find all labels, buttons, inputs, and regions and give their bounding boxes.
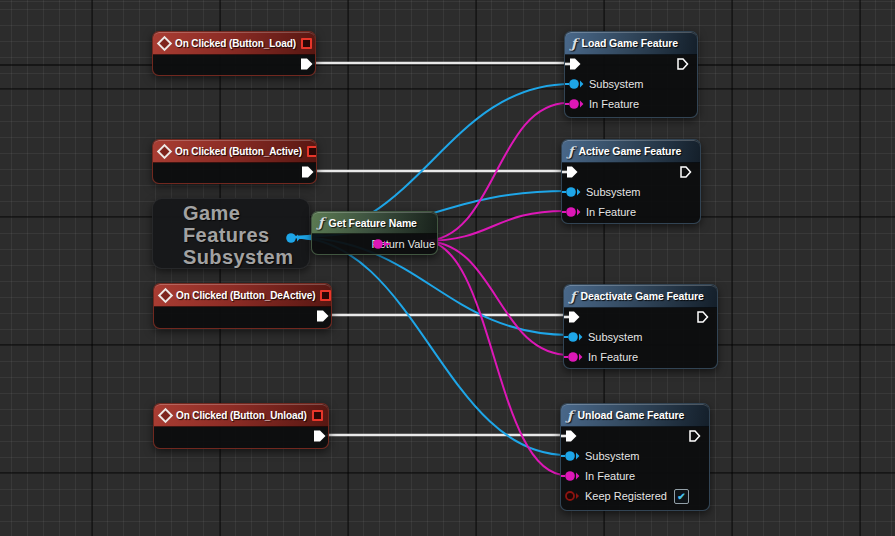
event-diamond-icon xyxy=(157,35,173,51)
pin-row-subsystem: Subsystem xyxy=(564,331,642,343)
event-node-title: On Clicked (Button_Active) xyxy=(175,146,302,157)
exec-out-pin[interactable] xyxy=(675,57,689,71)
pin-label: In Feature xyxy=(585,470,635,482)
function-node-title: Active Game Feature xyxy=(579,145,682,157)
wire-layer xyxy=(0,0,895,536)
variable-node-game-features-subsystem[interactable]: Game Features Subsystem xyxy=(152,198,310,269)
pin-row-in-feature: In Feature xyxy=(565,98,639,110)
pin-label: In Feature xyxy=(588,351,638,363)
event-node-on-clicked-button-unload[interactable]: On Clicked (Button_Unload) xyxy=(153,403,329,449)
function-node-title: Load Game Feature xyxy=(582,37,678,49)
exec-in-pin[interactable] xyxy=(561,429,579,443)
exec-in-pin[interactable] xyxy=(562,165,580,179)
pin-row-in-feature: In Feature xyxy=(562,206,636,218)
function-node-header: ƒ Get Feature Name xyxy=(312,212,437,234)
delegate-pin-icon[interactable] xyxy=(312,410,323,421)
pin-label: In Feature xyxy=(589,98,639,110)
event-diamond-icon xyxy=(158,407,174,423)
event-node-title: On Clicked (Button_Load) xyxy=(175,38,296,49)
function-icon: ƒ xyxy=(567,408,573,423)
function-node-unload-game-feature[interactable]: ƒ Unload Game Feature Subsystem In Featu… xyxy=(560,403,710,511)
function-node-title: Get Feature Name xyxy=(329,217,417,229)
pin-label: Keep Registered xyxy=(585,490,667,502)
event-node-on-clicked-button-active[interactable]: On Clicked (Button_Active) xyxy=(152,139,317,184)
event-node-header: On Clicked (Button_Unload) xyxy=(154,404,328,427)
delegate-pin-icon[interactable] xyxy=(301,38,312,49)
pin-label: Subsystem xyxy=(588,331,642,343)
pin-label: Subsystem xyxy=(585,450,639,462)
in-feature-pin[interactable] xyxy=(565,98,585,110)
function-node-load-game-feature[interactable]: ƒ Load Game Feature Subsystem In Feature xyxy=(564,31,698,118)
exec-out-pin[interactable] xyxy=(299,57,314,71)
function-node-header: ƒ Active Game Feature xyxy=(562,140,700,163)
event-node-header: On Clicked (Button_Load) xyxy=(153,32,315,55)
exec-out-pin[interactable] xyxy=(687,429,701,443)
exec-out-pin[interactable] xyxy=(678,165,692,179)
wire-featurename-to-deactivate[interactable] xyxy=(424,241,570,355)
event-node-header: On Clicked (Button_Active) xyxy=(153,140,316,163)
function-node-title: Unload Game Feature xyxy=(578,409,685,421)
pin-row-in-feature: In Feature xyxy=(561,470,635,482)
pin-label: Subsystem xyxy=(586,186,640,198)
function-icon: ƒ xyxy=(570,289,576,304)
pin-row-return-value: Return Value xyxy=(372,238,435,250)
pin-row-subsystem: Subsystem xyxy=(561,450,639,462)
pin-label: In Feature xyxy=(586,206,636,218)
subsystem-pin[interactable] xyxy=(564,331,584,343)
delegate-pin-icon[interactable] xyxy=(320,290,331,301)
keep-registered-pin[interactable] xyxy=(561,490,581,502)
exec-in-pin[interactable] xyxy=(565,57,583,71)
function-icon: ƒ xyxy=(318,215,324,230)
event-diamond-icon xyxy=(158,287,174,303)
subsystem-pin[interactable] xyxy=(562,186,582,198)
subsystem-pin[interactable] xyxy=(561,450,581,462)
function-node-header: ƒ Unload Game Feature xyxy=(561,404,709,427)
function-node-header: ƒ Load Game Feature xyxy=(565,32,697,55)
event-diamond-icon xyxy=(157,143,173,159)
exec-out-pin[interactable] xyxy=(312,429,327,443)
wire-featurename-to-active[interactable] xyxy=(424,211,565,241)
pin-row-in-feature: In Feature xyxy=(564,351,638,363)
pin-row-keep-registered: Keep Registered ✔ xyxy=(561,490,689,502)
wire-subsystem-to-unload[interactable] xyxy=(292,237,568,455)
function-node-header: ƒ Deactivate Game Feature xyxy=(564,285,717,308)
subsystem-output-pin[interactable] xyxy=(285,232,309,244)
function-node-active-game-feature[interactable]: ƒ Active Game Feature Subsystem In Featu… xyxy=(561,139,701,224)
in-feature-pin[interactable] xyxy=(561,470,581,482)
keep-registered-checkbox[interactable]: ✔ xyxy=(674,489,689,504)
exec-in-pin[interactable] xyxy=(564,310,582,324)
event-node-title: On Clicked (Button_Unload) xyxy=(176,410,307,421)
function-icon: ƒ xyxy=(571,36,577,51)
in-feature-pin[interactable] xyxy=(564,351,584,363)
pin-row-subsystem: Subsystem xyxy=(565,78,643,90)
event-node-title: On Clicked (Button_DeActive) xyxy=(176,290,315,301)
function-icon: ƒ xyxy=(568,144,574,159)
wire-featurename-to-unload[interactable] xyxy=(424,241,566,475)
delegate-pin-icon[interactable] xyxy=(307,146,316,157)
function-node-get-feature-name[interactable]: ƒ Get Feature Name Return Value xyxy=(311,211,438,255)
event-node-header: On Clicked (Button_DeActive) xyxy=(154,284,331,307)
function-node-deactivate-game-feature[interactable]: ƒ Deactivate Game Feature Subsystem In F… xyxy=(563,284,718,369)
event-node-on-clicked-button-load[interactable]: On Clicked (Button_Load) xyxy=(152,31,316,76)
subsystem-pin[interactable] xyxy=(565,78,585,90)
wire-featurename-to-load[interactable] xyxy=(424,103,568,241)
blueprint-graph-canvas[interactable]: Game Features Subsystem On Clicked (Butt… xyxy=(0,0,895,536)
exec-out-pin[interactable] xyxy=(315,309,330,323)
return-value-pin[interactable] xyxy=(372,238,390,250)
exec-out-pin[interactable] xyxy=(300,165,315,179)
function-node-title: Deactivate Game Feature xyxy=(581,290,704,302)
pin-row-subsystem: Subsystem xyxy=(562,186,640,198)
in-feature-pin[interactable] xyxy=(562,206,582,218)
exec-out-pin[interactable] xyxy=(695,310,709,324)
pin-label: Subsystem xyxy=(589,78,643,90)
event-node-on-clicked-button-deactive[interactable]: On Clicked (Button_DeActive) xyxy=(153,283,332,329)
